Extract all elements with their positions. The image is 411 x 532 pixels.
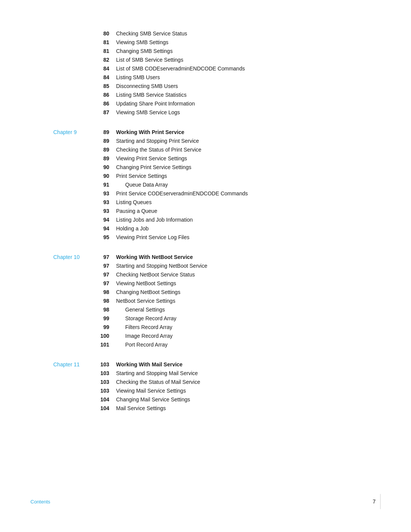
toc-row: 101Port Record Array bbox=[53, 342, 320, 349]
toc-row: Chapter 11103Working With Mail Service bbox=[53, 361, 320, 369]
page-number: 104 bbox=[95, 405, 116, 411]
page-number: 98 bbox=[95, 298, 116, 304]
entry-title: NetBoot Service Settings bbox=[116, 298, 320, 304]
entry-title: Port Record Array bbox=[116, 342, 320, 348]
page-number: 99 bbox=[95, 315, 116, 321]
entry-title: Changing SMB Settings bbox=[116, 48, 320, 54]
toc-row: 104Mail Service Settings bbox=[53, 405, 320, 413]
toc-row: 94Listing Jobs and Job Information bbox=[53, 217, 320, 224]
entry-title: Holding a Job bbox=[116, 225, 320, 232]
page-number: 86 bbox=[95, 101, 116, 107]
toc-section-chapter11: Chapter 11103Working With Mail Service10… bbox=[53, 361, 320, 413]
page-number: 103 bbox=[95, 361, 116, 367]
page-number: 103 bbox=[95, 388, 116, 394]
footer: Contents 7 bbox=[0, 494, 411, 509]
entry-title: Print Service Settings bbox=[116, 173, 320, 179]
page-number: 103 bbox=[95, 379, 116, 385]
toc-row: 97Starting and Stopping NetBoot Service bbox=[53, 263, 320, 270]
footer-divider bbox=[380, 494, 381, 509]
toc-row: 86Listing SMB Service Statistics bbox=[53, 92, 320, 99]
toc-row: 80Checking SMB Service Status bbox=[53, 30, 320, 38]
page-number: 97 bbox=[95, 263, 116, 269]
page-number: 86 bbox=[95, 92, 116, 98]
toc-row: 98General Settings bbox=[53, 307, 320, 314]
entry-title: Working With Print Service bbox=[116, 129, 320, 135]
entry-title: Starting and Stopping Mail Service bbox=[116, 370, 320, 376]
page-number: 89 bbox=[95, 155, 116, 161]
page-number: 97 bbox=[95, 272, 116, 278]
toc-row: 89Viewing Print Service Settings bbox=[53, 155, 320, 163]
toc-row: 97Checking NetBoot Service Status bbox=[53, 272, 320, 279]
toc-row: 84List of SMB CODEserveradminENDCODE Com… bbox=[53, 66, 320, 73]
entry-title: Changing NetBoot Settings bbox=[116, 289, 320, 295]
toc-row: 93Pausing a Queue bbox=[53, 208, 320, 216]
page-number: 97 bbox=[95, 280, 116, 286]
entry-title: Checking SMB Service Status bbox=[116, 30, 320, 37]
toc-section-chapter9: Chapter 989Working With Print Service89S… bbox=[53, 129, 320, 242]
toc-row: 103Starting and Stopping Mail Service bbox=[53, 370, 320, 378]
page-number: 85 bbox=[95, 83, 116, 89]
page: 80Checking SMB Service Status81Viewing S… bbox=[0, 0, 411, 532]
toc-row: 104Changing Mail Service Settings bbox=[53, 396, 320, 404]
toc-section-chapter10: Chapter 1097Working With NetBoot Service… bbox=[53, 254, 320, 349]
page-number: 93 bbox=[95, 199, 116, 205]
toc-row: 94Holding a Job bbox=[53, 225, 320, 233]
toc-row: 91Queue Data Array bbox=[53, 182, 320, 189]
toc-row: 81Viewing SMB Settings bbox=[53, 39, 320, 47]
entry-title: Starting and Stopping Print Service bbox=[116, 138, 320, 144]
page-number: 81 bbox=[95, 48, 116, 54]
page-number: 84 bbox=[95, 66, 116, 72]
toc-row: 98NetBoot Service Settings bbox=[53, 298, 320, 305]
toc-row: 98Changing NetBoot Settings bbox=[53, 289, 320, 297]
toc-row: 103Viewing Mail Service Settings bbox=[53, 388, 320, 395]
page-number: 89 bbox=[95, 129, 116, 135]
entry-title: Image Record Array bbox=[116, 333, 320, 339]
chapter-label: Chapter 10 bbox=[53, 254, 95, 260]
toc-row: 90Print Service Settings bbox=[53, 173, 320, 181]
page-number: 101 bbox=[95, 342, 116, 348]
entry-title: Viewing NetBoot Settings bbox=[116, 280, 320, 286]
entry-title: Print Service CODEserveradminENDCODE Com… bbox=[116, 190, 320, 197]
toc-row: 84Listing SMB Users bbox=[53, 74, 320, 82]
entry-title: Working With Mail Service bbox=[116, 361, 320, 367]
page-number: 91 bbox=[95, 182, 116, 188]
footer-page-number: 7 bbox=[373, 498, 376, 505]
page-number: 100 bbox=[95, 333, 116, 339]
page-number: 94 bbox=[95, 217, 116, 223]
entry-title: Checking the Status of Print Service bbox=[116, 147, 320, 153]
page-number: 95 bbox=[95, 234, 116, 240]
entry-title: Starting and Stopping NetBoot Service bbox=[116, 263, 320, 269]
entry-title: Changing Print Service Settings bbox=[116, 164, 320, 170]
toc-row: 99Filters Record Array bbox=[53, 324, 320, 332]
page-number: 87 bbox=[95, 109, 116, 115]
page-number: 98 bbox=[95, 289, 116, 295]
toc-row: 97Viewing NetBoot Settings bbox=[53, 280, 320, 288]
entry-title: Viewing SMB Service Logs bbox=[116, 109, 320, 115]
toc-row: 93Listing Queues bbox=[53, 199, 320, 207]
footer-contents-label: Contents bbox=[30, 499, 50, 505]
entry-title: Listing Jobs and Job Information bbox=[116, 217, 320, 223]
footer-right: 7 bbox=[373, 494, 381, 509]
entry-title: Filters Record Array bbox=[116, 324, 320, 330]
toc-row: Chapter 989Working With Print Service bbox=[53, 129, 320, 137]
entry-title: List of SMB Service Settings bbox=[116, 57, 320, 63]
toc-row: 99Storage Record Array bbox=[53, 315, 320, 323]
toc-row: 90Changing Print Service Settings bbox=[53, 164, 320, 172]
entry-title: Listing SMB Users bbox=[116, 74, 320, 80]
page-number: 89 bbox=[95, 147, 116, 153]
page-number: 98 bbox=[95, 307, 116, 313]
page-number: 90 bbox=[95, 164, 116, 170]
entry-title: Pausing a Queue bbox=[116, 208, 320, 214]
toc-row: 95Viewing Print Service Log Files bbox=[53, 234, 320, 242]
chapter-label: Chapter 11 bbox=[53, 361, 95, 367]
entry-title: Disconnecting SMB Users bbox=[116, 83, 320, 89]
page-number: 90 bbox=[95, 173, 116, 179]
page-number: 104 bbox=[95, 396, 116, 403]
page-number: 94 bbox=[95, 225, 116, 232]
page-number: 93 bbox=[95, 208, 116, 214]
page-number: 103 bbox=[95, 370, 116, 376]
page-number: 80 bbox=[95, 30, 116, 37]
entry-title: Updating Share Point Information bbox=[116, 101, 320, 107]
toc-row: 85Disconnecting SMB Users bbox=[53, 83, 320, 91]
entry-title: Mail Service Settings bbox=[116, 405, 320, 411]
